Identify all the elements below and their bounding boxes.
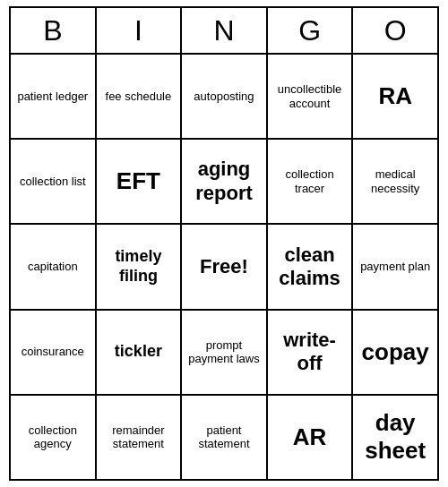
header-letter-o: O bbox=[353, 8, 437, 53]
bingo-cell-3-2: prompt payment laws bbox=[182, 311, 268, 394]
header-letter-i: I bbox=[97, 8, 183, 53]
bingo-cell-4-1: remainder statement bbox=[97, 396, 183, 479]
header-letter-b: B bbox=[11, 8, 97, 53]
bingo-cell-2-2: Free! bbox=[182, 225, 268, 308]
bingo-cell-3-3: write-off bbox=[268, 311, 354, 394]
bingo-cell-1-0: collection list bbox=[11, 140, 97, 223]
bingo-row-4: collection agencyremainder statementpati… bbox=[11, 396, 437, 479]
header-letter-g: G bbox=[268, 8, 354, 53]
bingo-cell-0-1: fee schedule bbox=[97, 55, 183, 138]
bingo-row-0: patient ledgerfee scheduleautopostingunc… bbox=[11, 55, 437, 140]
bingo-cell-0-3: uncollectible account bbox=[268, 55, 354, 138]
bingo-cell-2-0: capitation bbox=[11, 225, 97, 308]
bingo-cell-0-2: autoposting bbox=[182, 55, 268, 138]
bingo-row-3: coinsuranceticklerprompt payment lawswri… bbox=[11, 311, 437, 396]
bingo-card: BINGO patient ledgerfee scheduleautopost… bbox=[9, 6, 439, 481]
bingo-cell-3-4: copay bbox=[353, 311, 437, 394]
bingo-cell-3-1: tickler bbox=[97, 311, 183, 394]
header-letter-n: N bbox=[182, 8, 268, 53]
bingo-cell-4-4: day sheet bbox=[353, 396, 437, 479]
bingo-cell-1-3: collection tracer bbox=[268, 140, 354, 223]
bingo-cell-0-0: patient ledger bbox=[11, 55, 97, 138]
bingo-cell-0-4: RA bbox=[353, 55, 437, 138]
bingo-cell-1-2: aging report bbox=[182, 140, 268, 223]
bingo-cell-4-3: AR bbox=[268, 396, 354, 479]
bingo-cell-4-0: collection agency bbox=[11, 396, 97, 479]
bingo-cell-2-3: clean claims bbox=[268, 225, 354, 308]
bingo-grid: patient ledgerfee scheduleautopostingunc… bbox=[11, 55, 437, 479]
bingo-cell-1-1: EFT bbox=[97, 140, 183, 223]
bingo-cell-1-4: medical necessity bbox=[353, 140, 437, 223]
bingo-cell-2-1: timely filing bbox=[97, 225, 183, 308]
bingo-cell-3-0: coinsurance bbox=[11, 311, 97, 394]
bingo-row-2: capitationtimely filingFree!clean claims… bbox=[11, 225, 437, 310]
bingo-header: BINGO bbox=[11, 8, 437, 55]
bingo-cell-2-4: payment plan bbox=[353, 225, 437, 308]
bingo-cell-4-2: patient statement bbox=[182, 396, 268, 479]
bingo-row-1: collection listEFTaging reportcollection… bbox=[11, 140, 437, 225]
